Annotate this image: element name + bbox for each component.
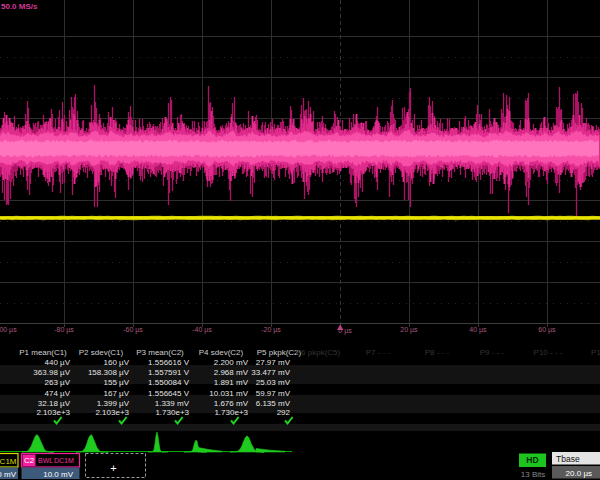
svg-text:00 µs: 00 µs [0,326,17,334]
svg-text:40 µs: 40 µs [469,326,487,334]
svg-text:27.97 mV: 27.97 mV [256,358,291,367]
svg-text:P1 mean(C1): P1 mean(C1) [19,348,67,357]
svg-text:1.730e+3: 1.730e+3 [214,408,248,417]
svg-text:25.03 mV: 25.03 mV [256,378,291,387]
svg-text:1.730e+3: 1.730e+3 [155,408,189,417]
svg-text:1.556616 V: 1.556616 V [148,358,190,367]
svg-text:P2 sdev(C1): P2 sdev(C1) [79,348,124,357]
svg-text:2.103e+3: 2.103e+3 [36,408,70,417]
svg-text:155 µV: 155 µV [103,378,129,387]
svg-text:1.550084 V: 1.550084 V [148,378,190,387]
svg-text:2.103e+3: 2.103e+3 [95,408,129,417]
svg-text:292: 292 [277,408,291,417]
svg-text:440 µV: 440 µV [44,358,70,367]
svg-text:P9 - - -: P9 - - - [480,348,505,357]
svg-text:263 µV: 263 µV [44,378,70,387]
svg-text:P1: P1 [591,348,600,357]
svg-text:32.18 µV: 32.18 µV [38,399,71,408]
svg-text:1.399 µV: 1.399 µV [97,399,130,408]
svg-text:-80 µs: -80 µs [54,326,74,334]
svg-text:363.98 µV: 363.98 µV [33,368,70,377]
svg-text:474 µV: 474 µV [44,389,70,398]
svg-text:C1M: C1M [0,457,17,466]
svg-text:1.339 mV: 1.339 mV [155,399,190,408]
svg-text:158.308 µV: 158.308 µV [88,368,130,377]
svg-text:P3 mean(C2): P3 mean(C2) [136,348,184,357]
svg-text:1.556645 V: 1.556645 V [148,389,190,398]
svg-text:Tbase: Tbase [556,454,580,464]
svg-text:10.031 mV: 10.031 mV [209,389,248,398]
svg-text:33.477 mV: 33.477 mV [251,368,290,377]
svg-text:P6 pkpk(C5): P6 pkpk(C5) [296,348,341,357]
svg-text:50.0 MS/s: 50.0 MS/s [1,2,38,11]
svg-text:-60 µs: -60 µs [123,326,143,334]
svg-text:P7 - - -: P7 - - - [366,348,391,357]
svg-text:13 Bits: 13 Bits [521,470,545,479]
svg-text:6.135 mV: 6.135 mV [256,399,291,408]
svg-text:1.891 mV: 1.891 mV [214,378,249,387]
svg-text:P8 - - -: P8 - - - [425,348,450,357]
svg-text:BWL: BWL [38,457,53,464]
svg-text:-20 µs: -20 µs [261,326,281,334]
svg-text:0 mV: 0 mV [0,470,17,479]
svg-text:HD: HD [526,455,538,465]
svg-text:160 µV: 160 µV [103,358,129,367]
svg-text:P10 - - -: P10 - - - [534,348,563,357]
svg-text:-40 µs: -40 µs [192,326,212,334]
svg-text:C2: C2 [24,456,35,465]
svg-text:DC1M: DC1M [54,457,74,464]
svg-text:2.200 mV: 2.200 mV [214,358,249,367]
svg-text:0 µs: 0 µs [338,327,352,335]
svg-text:2.968 mV: 2.968 mV [214,368,249,377]
svg-text:10.0 mV: 10.0 mV [43,470,73,479]
svg-text:59.97 mV: 59.97 mV [256,389,291,398]
svg-text:P4 sdev(C2): P4 sdev(C2) [199,348,244,357]
svg-text:60 µs: 60 µs [538,326,556,334]
svg-text:20 µs: 20 µs [400,326,418,334]
svg-text:20.0 µs: 20.0 µs [566,469,592,478]
svg-text:167 µV: 167 µV [103,389,129,398]
svg-text:1.676 mV: 1.676 mV [214,399,249,408]
svg-text:+: + [110,462,116,474]
svg-text:1.557591 V: 1.557591 V [148,368,190,377]
